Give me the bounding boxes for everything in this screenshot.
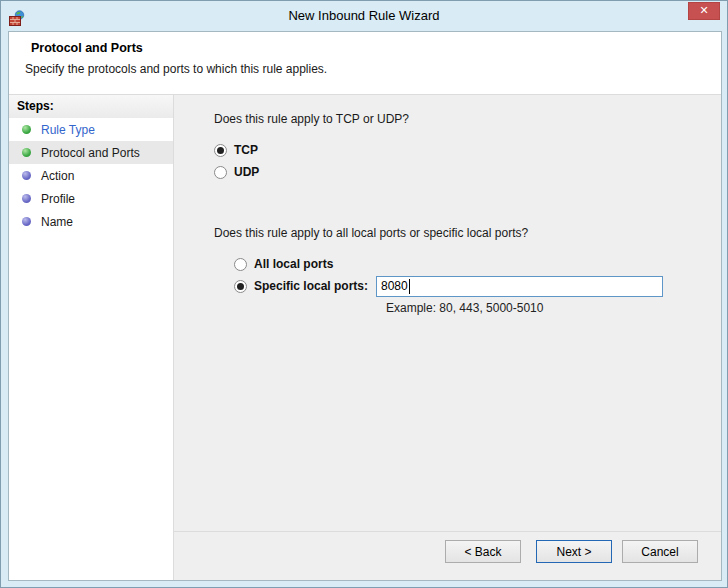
step-pending-bullet-icon [22,217,31,226]
titlebar: New Inbound Rule Wizard ✕ [1,1,727,31]
sidebar-item-name[interactable]: Name [9,210,173,233]
radio-option-udp[interactable]: UDP [214,162,701,182]
ports-question: Does this rule apply to all local ports … [214,226,701,240]
radio-specific-ports-icon[interactable] [234,280,247,293]
text-caret [409,279,410,294]
page-subtitle: Specify the protocols and ports to which… [9,62,721,76]
step-done-bullet-icon [22,148,31,157]
radio-option-specific-local-ports[interactable]: Specific local ports: [234,276,701,296]
wizard-header: Protocol and Ports Specify the protocols… [9,32,721,95]
sidebar-item-protocol-and-ports[interactable]: Protocol and Ports [9,141,173,164]
step-label: Name [41,215,73,229]
step-done-bullet-icon [22,125,31,134]
protocol-radio-group: TCP UDP [214,140,701,182]
sidebar-item-action[interactable]: Action [9,164,173,187]
content-pane: Does this rule apply to TCP or UDP? TCP … [174,95,721,531]
back-button[interactable]: < Back [445,540,521,563]
steps-sidebar: Steps: Rule Type Protocol and Ports Acti… [9,95,174,580]
page-title: Protocol and Ports [9,41,721,55]
sidebar-item-rule-type[interactable]: Rule Type [9,118,173,141]
step-pending-bullet-icon [22,194,31,203]
step-label: Rule Type [41,123,95,137]
specific-ports-input[interactable] [376,276,663,297]
radio-option-tcp[interactable]: TCP [214,140,701,160]
radio-all-ports-label: All local ports [254,257,333,271]
step-label: Protocol and Ports [41,146,140,160]
protocol-question: Does this rule apply to TCP or UDP? [214,112,701,126]
wizard-dialog: Protocol and Ports Specify the protocols… [8,31,722,581]
radio-udp-label: UDP [234,165,259,179]
radio-all-ports-icon[interactable] [234,258,247,271]
radio-tcp-label: TCP [234,143,258,157]
radio-tcp-icon[interactable] [214,144,227,157]
wizard-window: New Inbound Rule Wizard ✕ Protocol and P… [0,0,728,588]
next-button[interactable]: Next > [536,540,612,563]
ports-example-text: Example: 80, 443, 5000-5010 [386,301,701,315]
window-title: New Inbound Rule Wizard [288,8,439,23]
radio-option-all-local-ports[interactable]: All local ports [234,254,701,274]
sidebar-item-profile[interactable]: Profile [9,187,173,210]
steps-heading: Steps: [9,95,173,118]
cancel-button[interactable]: Cancel [622,540,698,563]
specific-ports-textbox [376,276,663,297]
close-button[interactable]: ✕ [688,2,720,20]
step-pending-bullet-icon [22,171,31,180]
radio-udp-icon[interactable] [214,166,227,179]
firewall-icon [9,7,25,23]
close-icon: ✕ [699,4,708,17]
radio-specific-ports-label: Specific local ports: [254,279,376,293]
step-label: Profile [41,192,75,206]
wizard-footer: < Back Next > Cancel [174,531,721,580]
step-label: Action [41,169,74,183]
ports-radio-group: All local ports Specific local ports: [234,254,701,296]
